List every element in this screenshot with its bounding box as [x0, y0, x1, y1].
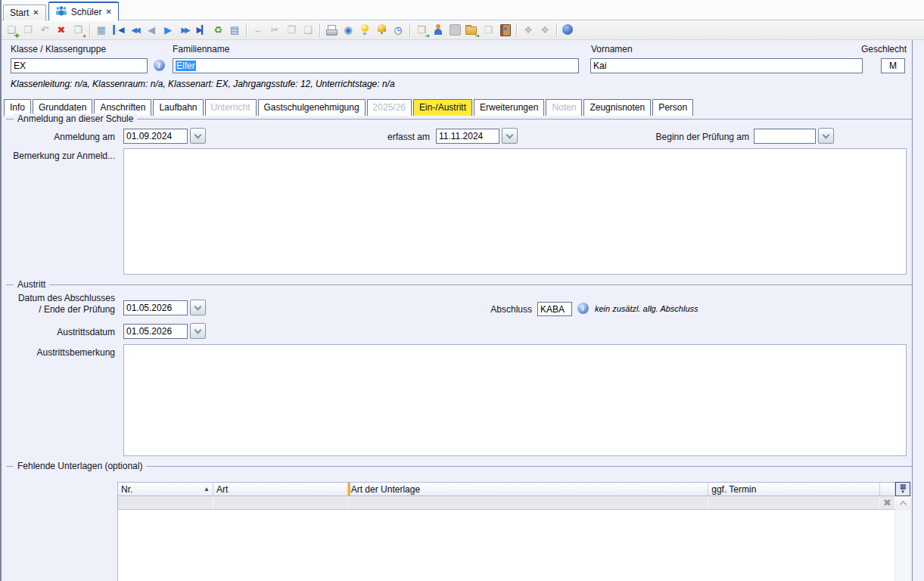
column-header-nr[interactable]: Nr.▲ — [118, 483, 213, 496]
refresh-icon[interactable]: ♻ — [210, 23, 226, 38]
tab-laufbahn[interactable]: Laufbahn — [153, 99, 203, 116]
familienname-label: Familienname — [173, 44, 229, 54]
beginn-pruefung-input[interactable] — [754, 129, 816, 144]
delete-icon[interactable]: ✖ — [54, 23, 69, 38]
first-record-icon[interactable]: ▎◀ — [110, 23, 126, 38]
abschluss-datum-input[interactable]: 01.05.2026 — [123, 300, 188, 315]
remove-record-icon[interactable]: ❐● — [70, 23, 86, 38]
folder-export-icon[interactable]: ➜ — [464, 23, 479, 38]
filter-cell-art[interactable] — [213, 496, 348, 509]
abschluss-input[interactable]: KABA — [537, 302, 572, 316]
erfasst-am-dropdown-button[interactable] — [502, 128, 518, 144]
column-header-label: Nr. — [121, 484, 132, 495]
austritt-section-line: Austritt — [6, 284, 912, 285]
filter-cell-ggf-termin[interactable] — [708, 496, 880, 509]
reminder-icon[interactable]: ◷ — [390, 23, 406, 38]
tab-zeugnisnoten[interactable]: Zeugnisnoten — [583, 99, 651, 116]
column-header-ggf-termin[interactable]: ggf. Termin — [708, 483, 880, 496]
austrittsdatum-input[interactable]: 01.05.2026 — [123, 324, 188, 339]
save-icon: ❒ — [20, 23, 36, 38]
abschluss-label: Abschluss — [454, 304, 532, 315]
info-icon: i — [154, 60, 165, 71]
student-icon[interactable] — [431, 23, 446, 38]
filter-cell-art-der-unterlage[interactable] — [348, 496, 709, 509]
last-record-icon[interactable]: ▶▎ — [194, 23, 209, 38]
vornamen-label: Vornamen — [591, 44, 633, 54]
column-header-art-der-unterlage[interactable]: Art der Unterlage — [348, 483, 709, 496]
print-icon[interactable] — [324, 23, 339, 38]
column-header-art[interactable]: Art — [213, 483, 348, 496]
filter-cell-nr[interactable] — [118, 496, 213, 509]
paste-icon: ❑ — [300, 23, 316, 38]
chevron-down-icon: ▼ — [901, 489, 905, 494]
cut-icon: ✂ — [267, 23, 282, 38]
copy-record-icon[interactable]: ▦ — [94, 23, 109, 38]
export-icon[interactable]: ❒➜ — [414, 23, 429, 38]
erfasst-am-label: erfasst am — [348, 132, 430, 142]
abschluss-hint: kein zusätzl. allg. Abschluss — [595, 304, 698, 313]
klasse-label: Klasse / Klassengruppe — [11, 44, 106, 54]
column-header-label: ggf. Termin — [711, 484, 756, 495]
previous-record-icon[interactable]: ◀ — [144, 23, 159, 38]
column-picker-button[interactable]: ▦ ▼ — [895, 482, 910, 496]
austrittsdatum-dropdown-button[interactable] — [190, 323, 206, 339]
erfasst-am-input[interactable]: 11.11.2024 — [436, 129, 499, 144]
tab-gastschulgenehmigung[interactable]: Gastschulgenehmigung — [258, 99, 366, 116]
anmeldung-am-input[interactable]: 01.09.2024 — [123, 129, 188, 144]
abschluss-datum-label-line2: / Ende der Prüfung — [0, 304, 115, 315]
column-header-label: Art — [216, 484, 228, 495]
austritt-section-legend: Austritt — [14, 279, 49, 290]
window-tab-start[interactable]: Start ✕ — [3, 5, 46, 20]
tab-erweiterungen[interactable]: Erweiterungen — [474, 99, 544, 116]
scroll-up-icon — [899, 501, 907, 508]
tab-2025-26: 2025/26 — [367, 99, 412, 116]
chevron-down-icon — [506, 132, 514, 139]
anmeldung-section-line: Anmeldung an dieser Schule — [6, 119, 912, 120]
familienname-input[interactable]: Elfer — [173, 58, 579, 73]
vornamen-input[interactable]: Kai — [590, 58, 863, 73]
window-right-border — [912, 40, 913, 581]
anmeldung-am-dropdown-button[interactable] — [190, 128, 206, 144]
clear-filter-icon[interactable]: ✖ — [883, 498, 891, 508]
filter-cell-extra[interactable]: ✖ — [880, 496, 895, 509]
tab-person[interactable]: Person — [652, 99, 693, 116]
address-book-icon[interactable] — [497, 23, 512, 38]
next-record-icon[interactable]: ▶ — [160, 23, 176, 38]
chevron-down-icon — [194, 327, 202, 334]
geschlecht-input[interactable]: M — [881, 58, 905, 73]
stamp-1-icon: ❖ — [521, 23, 536, 38]
unterlagen-table-header: Nr.▲ArtArt der Unterlageggf. Termin — [118, 482, 895, 496]
info-icon: i — [577, 303, 589, 314]
hint-icon[interactable] — [357, 23, 372, 38]
abschluss-datum-dropdown-button[interactable] — [190, 300, 206, 315]
bemerkung-anmeldung-label: Bemerkung zur Anmeld... — [0, 151, 115, 161]
previous-fast-icon[interactable]: ◀◀ — [127, 23, 142, 38]
class-info-line: Klassenleitung: n/a, Klassenraum: n/a, K… — [11, 79, 395, 89]
table-scrollbar-track[interactable] — [894, 510, 910, 581]
toolbar-separator — [319, 23, 320, 37]
window-tab-schueler[interactable]: Schüler ✕ — [48, 2, 119, 20]
schueler-form: Klasse / Klassengruppe Familienname Vorn… — [0, 40, 924, 581]
tab-ein-austritt[interactable]: Ein-/Austritt — [413, 99, 472, 116]
bemerkung-anmeldung-textarea[interactable] — [123, 148, 907, 275]
anmeldung-section-legend: Anmeldung an dieser Schule — [14, 113, 137, 124]
notification-icon[interactable] — [374, 23, 389, 38]
klasse-input[interactable]: EX — [11, 58, 148, 73]
table-scroll-up-button[interactable] — [895, 497, 910, 510]
close-icon[interactable]: ✕ — [33, 9, 39, 17]
beginn-pruefung-dropdown-button[interactable] — [818, 128, 834, 144]
toolbar-separator — [409, 23, 410, 37]
anmeldung-am-label: Anmeldung am — [0, 132, 115, 142]
beginn-pruefung-label: Beginn der Prüfung am — [628, 132, 749, 142]
column-header-extra[interactable] — [880, 483, 895, 496]
window-tab-start-label: Start — [10, 8, 29, 18]
undo-icon: ↶ — [37, 23, 52, 38]
details-list-icon[interactable]: ▤ — [227, 23, 242, 38]
next-fast-icon[interactable]: ▶▶ — [177, 23, 192, 38]
preview-icon[interactable]: ◉ — [341, 23, 356, 38]
austrittsbemerkung-textarea[interactable] — [123, 344, 907, 456]
new-record-icon[interactable]: ❏✚ — [4, 23, 19, 38]
help-icon[interactable] — [561, 23, 576, 38]
tab-noten: Noten — [546, 99, 582, 116]
close-icon[interactable]: ✕ — [105, 8, 111, 16]
